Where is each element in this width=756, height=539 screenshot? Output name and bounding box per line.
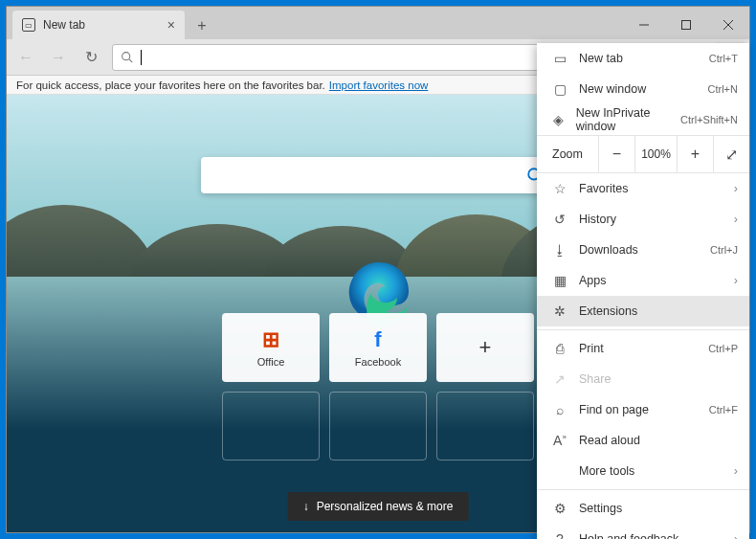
menu-separator — [537, 329, 749, 330]
menu-label: Print — [579, 342, 604, 355]
menu-label: New window — [579, 82, 646, 96]
tile-empty[interactable] — [329, 392, 427, 460]
text-cursor — [141, 50, 142, 65]
browser-tab[interactable]: ▭ New tab × — [12, 11, 185, 39]
fullscreen-button[interactable]: ⤢ — [713, 135, 749, 173]
news-label: Personalized news & more — [317, 500, 454, 513]
menu-shortcut: Ctrl+F — [709, 404, 738, 415]
favorites-bar-text: For quick access, place your favorites h… — [16, 79, 325, 91]
menu-downloads[interactable]: ⭳ Downloads Ctrl+J — [537, 235, 749, 265]
zoom-value: 100% — [634, 135, 677, 173]
share-icon: ↗ — [552, 371, 567, 387]
apps-icon: ▦ — [552, 273, 567, 288]
menu-separator — [537, 489, 749, 490]
menu-favorites[interactable]: ☆ Favorites › — [537, 173, 749, 204]
chevron-right-icon: › — [734, 213, 738, 226]
menu-extensions[interactable]: ✲ Extensions — [537, 296, 749, 326]
newtab-icon: ▭ — [552, 51, 567, 66]
find-icon: ⌕ — [552, 402, 567, 417]
download-icon: ⭳ — [552, 242, 567, 258]
menu-label: History — [579, 213, 616, 226]
menu-label: Apps — [579, 274, 607, 287]
forward-button[interactable]: → — [43, 42, 74, 73]
chevron-right-icon: › — [734, 532, 738, 539]
newtab-favicon-icon: ▭ — [22, 18, 35, 32]
back-button[interactable]: ← — [11, 42, 41, 73]
menu-new-window[interactable]: ▢ New window Ctrl+N — [537, 74, 749, 104]
menu-shortcut: Ctrl+P — [708, 343, 738, 354]
tile-facebook[interactable]: f Facebook — [329, 313, 427, 382]
maximize-button[interactable] — [665, 11, 707, 39]
chevron-right-icon: › — [734, 274, 738, 287]
zoom-label: Zoom — [537, 147, 598, 161]
inprivate-icon: ◈ — [552, 112, 565, 127]
tile-add[interactable]: + — [436, 313, 534, 382]
menu-shortcut: Ctrl+T — [709, 53, 738, 64]
read-aloud-icon: A» — [552, 433, 567, 448]
menu-label: New InPrivate window — [576, 106, 669, 133]
titlebar: ▭ New tab × + — [7, 7, 749, 39]
arrow-down-icon: ↓ — [303, 500, 309, 513]
menu-label: Read aloud — [579, 434, 640, 447]
tile-empty[interactable] — [222, 392, 320, 460]
import-favorites-link[interactable]: Import favorites now — [329, 79, 429, 91]
minimize-button[interactable] — [623, 11, 665, 39]
menu-label: Help and feedback — [579, 532, 678, 539]
quick-links-grid: ⊞ Office f Facebook + — [222, 313, 534, 460]
menu-settings[interactable]: ⚙ Settings — [537, 493, 749, 524]
tab-close-icon[interactable]: × — [167, 17, 175, 33]
history-icon: ↺ — [552, 212, 567, 227]
plus-icon: + — [479, 335, 492, 360]
menu-label: Share — [579, 372, 611, 386]
menu-label: Downloads — [579, 243, 638, 257]
window-controls — [623, 11, 749, 39]
menu-share: ↗ Share — [537, 364, 749, 394]
refresh-button[interactable]: ↻ — [76, 42, 106, 73]
settings-dropdown-menu: ▭ New tab Ctrl+T ▢ New window Ctrl+N ◈ N… — [537, 43, 749, 539]
zoom-out-button[interactable]: − — [598, 135, 634, 173]
tile-label: Office — [257, 356, 285, 368]
menu-shortcut: Ctrl+J — [710, 244, 738, 256]
search-icon — [121, 51, 133, 63]
print-icon: ⎙ — [552, 341, 567, 356]
menu-new-tab[interactable]: ▭ New tab Ctrl+T — [537, 43, 749, 74]
menu-label: Find on page — [579, 403, 649, 416]
menu-apps[interactable]: ▦ Apps › — [537, 265, 749, 296]
chevron-right-icon: › — [734, 464, 738, 478]
menu-more-tools[interactable]: More tools › — [537, 456, 749, 486]
office-icon: ⊞ — [262, 327, 279, 352]
close-window-button[interactable] — [707, 11, 749, 39]
menu-print[interactable]: ⎙ Print Ctrl+P — [537, 333, 749, 364]
menu-label: New tab — [579, 52, 623, 65]
menu-find[interactable]: ⌕ Find on page Ctrl+F — [537, 394, 749, 425]
menu-shortcut: Ctrl+N — [708, 83, 738, 95]
svg-point-4 — [122, 53, 130, 60]
extensions-icon: ✲ — [552, 303, 567, 319]
help-icon: ? — [552, 531, 567, 539]
tile-empty[interactable] — [436, 392, 534, 460]
gear-icon: ⚙ — [552, 501, 567, 516]
menu-new-inprivate[interactable]: ◈ New InPrivate window Ctrl+Shift+N — [537, 104, 749, 135]
svg-rect-1 — [682, 21, 691, 30]
menu-help[interactable]: ? Help and feedback › — [537, 524, 749, 539]
menu-label: Settings — [579, 502, 622, 515]
browser-window: ▭ New tab × + ← → ↻ ☆ — [6, 6, 750, 533]
menu-label: More tools — [579, 464, 634, 478]
menu-read-aloud[interactable]: A» Read aloud — [537, 425, 749, 456]
menu-shortcut: Ctrl+Shift+N — [680, 114, 738, 125]
menu-zoom-row: Zoom − 100% + ⤢ — [537, 135, 749, 173]
new-tab-button[interactable]: + — [189, 12, 215, 39]
menu-history[interactable]: ↺ History › — [537, 204, 749, 235]
tile-office[interactable]: ⊞ Office — [222, 313, 320, 382]
address-input[interactable] — [149, 50, 577, 64]
zoom-in-button[interactable]: + — [677, 135, 713, 173]
facebook-icon: f — [374, 327, 381, 352]
svg-line-5 — [129, 59, 132, 62]
star-icon: ☆ — [552, 181, 567, 196]
personalized-news-button[interactable]: ↓ Personalized news & more — [288, 492, 469, 521]
menu-label: Favorites — [579, 182, 628, 195]
chevron-right-icon: › — [734, 182, 738, 195]
tile-label: Facebook — [355, 356, 401, 368]
page-search-box[interactable] — [201, 157, 555, 193]
menu-label: Extensions — [579, 304, 637, 318]
